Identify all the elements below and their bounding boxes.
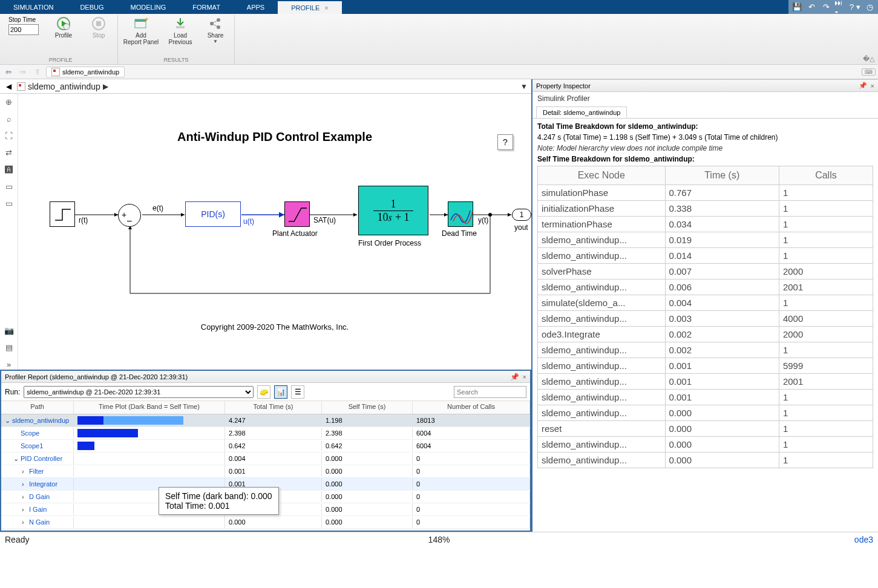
- table-row[interactable]: sldemo_antiwindup...0.0191: [538, 232, 873, 248]
- block-source[interactable]: [50, 201, 75, 227]
- tab-profile-close-icon[interactable]: ×: [324, 4, 328, 11]
- block-outport[interactable]: 1: [512, 209, 531, 221]
- keyboard-icon[interactable]: ⌨: [862, 68, 876, 76]
- model-icon: [17, 82, 25, 91]
- table-row[interactable]: ›Filter0.0010.0000: [1, 465, 530, 478]
- collapse-ribbon-icon[interactable]: �△: [863, 55, 874, 63]
- delete-button[interactable]: 🧽: [257, 385, 270, 399]
- settings-icon[interactable]: ◷: [863, 2, 876, 13]
- table-row[interactable]: sldemo_antiwindup...0.0012001: [538, 374, 873, 390]
- image-icon[interactable]: ▭: [3, 181, 15, 192]
- close-icon[interactable]: ×: [871, 82, 874, 90]
- annotation-icon[interactable]: 🅰: [3, 164, 15, 175]
- table-row[interactable]: ⌄PID Controller0.0040.0000: [1, 452, 530, 465]
- col-tt[interactable]: Total Time (s): [225, 401, 322, 414]
- run-select[interactable]: sldemo_antiwindup @ 21-Dec-2020 12:39:31: [24, 386, 254, 398]
- more-icon[interactable]: »: [3, 359, 15, 370]
- block-saturation[interactable]: [284, 201, 310, 227]
- table-row[interactable]: sldemo_antiwindup...0.0034000: [538, 311, 873, 327]
- nav-forward-icon: ⇨: [17, 68, 29, 76]
- table-row[interactable]: reset0.0001: [538, 421, 873, 437]
- redo-icon[interactable]: ↷: [820, 2, 832, 13]
- pin-icon[interactable]: 📌: [510, 373, 519, 381]
- fit-icon[interactable]: ⊕: [3, 96, 15, 107]
- save-icon[interactable]: 💾: [791, 2, 803, 13]
- table-row[interactable]: ode3.Integrate0.0022000: [538, 327, 873, 342]
- nav-back-icon[interactable]: ⇦: [2, 68, 15, 76]
- table-row[interactable]: sldemo_antiwindup...0.0021: [538, 342, 873, 358]
- table-row[interactable]: initializationPhase0.3381: [538, 201, 873, 217]
- total-header: Total Time Breakdown for sldemo_antiwind…: [537, 122, 873, 131]
- zoom-icon[interactable]: ⌕: [3, 113, 15, 124]
- quick-access: 💾 ↶ ↷ ⏭ ▾ ? ▾ ◷: [788, 0, 878, 14]
- block-process[interactable]: 1 10𝑠 + 1: [358, 186, 428, 235]
- stop-label: Stop: [93, 32, 105, 39]
- breadcrumb-dropdown-icon[interactable]: ▼: [520, 82, 528, 91]
- tree-mode-button[interactable]: ☰: [291, 385, 304, 399]
- tab-format[interactable]: FORMAT: [179, 0, 234, 14]
- close-icon[interactable]: ×: [523, 373, 526, 381]
- table-row[interactable]: ›N Gain0.0000.0000: [1, 516, 530, 529]
- th-time[interactable]: Time (s): [665, 166, 779, 185]
- block-deadtime[interactable]: [448, 201, 473, 227]
- layers-icon[interactable]: ▤: [3, 342, 15, 353]
- share-label: Share: [208, 32, 224, 39]
- table-row[interactable]: sldemo_antiwindup...0.0011: [538, 390, 873, 405]
- search-input[interactable]: [454, 386, 526, 398]
- load-l1: Load: [174, 32, 187, 39]
- undo-icon[interactable]: ↶: [805, 2, 817, 13]
- table-row[interactable]: terminationPhase0.0341: [538, 217, 873, 232]
- block-pid[interactable]: PID(s): [185, 201, 241, 227]
- model-tab[interactable]: sldemo_antiwindup: [46, 67, 125, 77]
- table-row[interactable]: ⌄sldemo_antiwindup4.2471.19818013: [1, 414, 530, 427]
- th-node[interactable]: Exec Node: [538, 166, 666, 185]
- chart-mode-button[interactable]: 📊: [274, 385, 287, 399]
- camera-icon[interactable]: 📷: [3, 325, 15, 336]
- table-row[interactable]: simulationPhase0.7671: [538, 185, 873, 201]
- canvas[interactable]: Anti-Windup PID Control Example ?: [18, 94, 531, 370]
- fit-view-icon[interactable]: ⛶: [3, 130, 15, 141]
- pin-icon[interactable]: 📌: [859, 82, 867, 90]
- add-report-panel-button[interactable]: + Add Report Panel: [123, 16, 159, 57]
- table-row[interactable]: sldemo_antiwindup...0.0001: [538, 405, 873, 421]
- tab-debug[interactable]: DEBUG: [67, 0, 117, 14]
- profile-button[interactable]: Profile: [50, 16, 77, 57]
- grid-body[interactable]: ⌄sldemo_antiwindup4.2471.19818013Scope2.…: [1, 414, 530, 531]
- load-previous-button[interactable]: Load Previous: [166, 16, 194, 57]
- table-row[interactable]: sldemo_antiwindup...0.0001: [538, 437, 873, 452]
- table-row[interactable]: sldemo_antiwindup...0.0001: [538, 452, 873, 468]
- group-results-label: RESULTS: [164, 57, 189, 64]
- label-yout: yout: [514, 223, 528, 232]
- profile-label: Profile: [55, 32, 72, 39]
- detail-tab[interactable]: Detail: sldemo_antiwindup: [536, 106, 627, 118]
- table-row[interactable]: Scope10.6420.6426004: [1, 440, 530, 452]
- col-plot[interactable]: Time Plot (Dark Band = Self Time): [74, 401, 225, 414]
- col-path[interactable]: Path: [1, 401, 74, 414]
- col-st[interactable]: Self Time (s): [322, 401, 413, 414]
- toggle-icon[interactable]: ⇄: [3, 147, 15, 158]
- area-icon[interactable]: ▭: [3, 198, 15, 209]
- col-nc[interactable]: Number of Calls: [413, 401, 530, 414]
- tab-simulation[interactable]: SIMULATION: [0, 0, 67, 14]
- hide-browser-icon[interactable]: ◀: [4, 82, 13, 91]
- stop-time-input[interactable]: [8, 24, 39, 35]
- table-row[interactable]: simulate(sldemo_a...0.0041: [538, 295, 873, 311]
- tab-modeling[interactable]: MODELING: [117, 0, 180, 14]
- label-process: First Order Process: [358, 239, 421, 247]
- breadcrumb-model[interactable]: sldemo_antiwindup: [28, 82, 100, 91]
- table-row[interactable]: Scope2.3982.3986004: [1, 427, 530, 440]
- table-row[interactable]: sldemo_antiwindup...0.0062001: [538, 279, 873, 295]
- table-row[interactable]: solverPhase0.0072000: [538, 264, 873, 279]
- help-icon[interactable]: ? ▾: [849, 2, 861, 13]
- th-calls[interactable]: Calls: [779, 166, 873, 185]
- tab-profile[interactable]: PROFILE×: [278, 0, 342, 14]
- block-sum[interactable]: + −: [118, 204, 141, 227]
- breadcrumb-chevron-icon[interactable]: ▶: [103, 82, 108, 91]
- share-button[interactable]: Share ▼: [201, 16, 229, 57]
- table-row[interactable]: sldemo_antiwindup...0.0141: [538, 248, 873, 264]
- step-icon[interactable]: ⏭ ▾: [834, 2, 847, 13]
- add-report-l1: Add: [136, 32, 146, 39]
- tab-apps[interactable]: APPS: [234, 0, 278, 14]
- status-solver[interactable]: ode3: [854, 535, 873, 544]
- table-row[interactable]: sldemo_antiwindup...0.0015999: [538, 358, 873, 374]
